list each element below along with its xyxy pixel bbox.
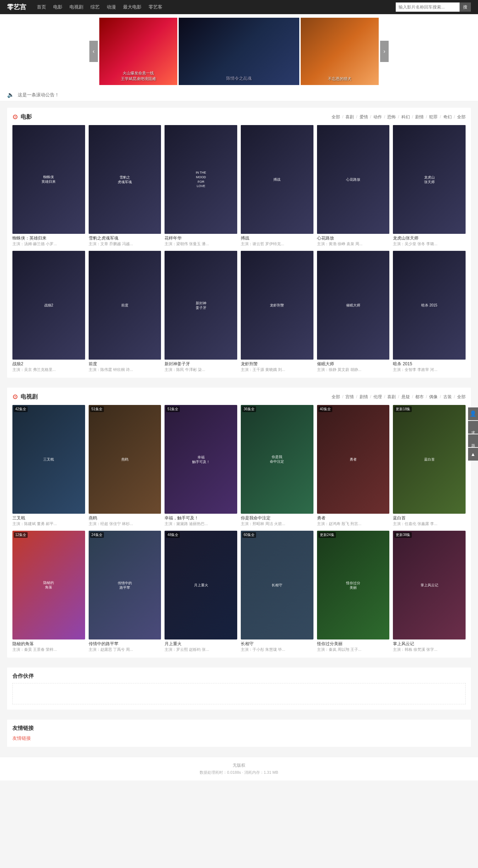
movie-filter-drama[interactable]: 剧情	[415, 114, 424, 120]
nav-client[interactable]: 零艺客	[149, 4, 162, 10]
tv-card-yongzhe[interactable]: 40集全 勇者 勇者 主演：赵鸿寿 殷飞 刑言...	[317, 405, 390, 526]
tv-card-guaini[interactable]: 更新24集 怪你过分美丽 怪你过分美丽 主演：秦岚 周以翔 王子...	[317, 531, 390, 652]
tv-filter-urban[interactable]: 都市	[415, 394, 424, 400]
movie-title-huayang: 花样年华	[165, 235, 237, 241]
friendlink-item[interactable]: 友情链接	[12, 735, 31, 741]
movie-card-jiangziya[interactable]: 2019 新封神姜子牙 新封神姜子牙 主演：陈民 牛澤彬 柒...	[165, 251, 237, 372]
nav-bigmovie[interactable]: 最大电影	[123, 4, 141, 10]
side-button-user[interactable]: 👤	[468, 407, 478, 420]
tv-filter-all2[interactable]: 全部	[457, 394, 466, 400]
movie-card-longhu[interactable]: 2020 龙虎山张天师 龙虎山张天师 主演：吴少皇 张冬 李璐...	[393, 125, 466, 247]
side-button-ti[interactable]: 题	[468, 434, 478, 447]
movie-cast-longhu: 主演：吴少皇 张冬 李璐...	[393, 241, 466, 247]
tv-title-yueshang: 月上重火	[165, 641, 237, 647]
tv-cast-xingfu: 主演：黛黛路 迪丽热巴...	[165, 521, 237, 526]
tv-card-sanchazhan[interactable]: 42集全 三叉戟 三叉戟 主演：陈建斌 董勇 郝平...	[12, 405, 85, 526]
movie-card-ansha[interactable]: 2015 暗杀 2015 暗杀 2015 主演：全智李 李政宰 河...	[393, 251, 466, 372]
tv-card-xingfu[interactable]: 51集全 幸福触手可及！ 幸福，触手可及！ 主演：黛黛路 迪丽热巴...	[165, 405, 237, 526]
tv-card-lanbaishou[interactable]: 更新18集 蓝白首 蓝白首 主演：任嘉伦 张鑫露 李...	[393, 405, 466, 526]
tv-card-yueshang[interactable]: 48集全 月上重火 月上重火 主演：罗云熙 赵栎钧 张...	[165, 531, 237, 652]
movie-title-xuebao: 雪豹之虎魂军魂	[89, 235, 161, 241]
tv-card-mingzhong[interactable]: 36集全 你是我命中注定 你是我命中注定 主演：邢昭林 周洁 火箭...	[241, 405, 313, 526]
nav-variety[interactable]: 综艺	[90, 4, 100, 10]
header: 零艺宫 首页 电影 电视剧 综艺 动漫 最大电影 零艺客 搜	[0, 0, 478, 14]
nav-tv[interactable]: 电视剧	[70, 4, 83, 10]
banner-slide-3[interactable]: 不忘恩的猎犬	[301, 18, 379, 85]
tv-filter-comedy[interactable]: 喜剧	[387, 394, 396, 400]
tv-card-chuanqing[interactable]: 24集全 传情中的路平苹 传情中的路平苹 主演：赵露思 丁禹兮 周...	[89, 531, 161, 652]
tv-filter-gong[interactable]: 宫情	[345, 394, 354, 400]
movie-card-xinhua[interactable]: 2014 心花路放 心花路放 主演：黄渤 徐峥 袁泉 周...	[317, 125, 390, 247]
movie-filter-fantasy[interactable]: 奇幻	[443, 114, 452, 120]
nav-movie[interactable]: 电影	[53, 4, 62, 10]
movie-cast-qiandu: 主演：陈伟霆 钟欣桐 诗...	[89, 367, 161, 372]
movie-card-bozhan[interactable]: 2020 搏战 搏战 主演：谢云哲 罗伊特克...	[241, 125, 313, 247]
tv-title-text: 电视剧	[21, 393, 38, 401]
movie-card-longxia[interactable]: 2018 龙虾刑警 龙虾刑警 主演：王千源 黄晓娥 刘...	[241, 251, 313, 372]
tv-cast-sanchazhan: 主演：陈建斌 董勇 郝平...	[12, 521, 85, 526]
side-button-top[interactable]: ▲	[468, 448, 478, 461]
movie-cast-spiderman: 主演：汤姆·赫兰德 小罗...	[12, 241, 85, 247]
logo[interactable]: 零艺宫	[7, 3, 26, 11]
nav-anime[interactable]: 动漫	[107, 4, 116, 10]
friendlinks-section: 友情链接 友情链接	[7, 720, 471, 747]
movies-row-2: 2017 战狼2 战狼2 主演：吴京 弗兰克格里... 2010 前度 前度 主…	[12, 251, 466, 372]
tv-title-xingfu: 幸福，触手可及！	[165, 515, 237, 521]
search-box: 搜	[396, 2, 471, 12]
movie-card-xuebao[interactable]: 2020 雪豹之虎魂军魂 雪豹之虎魂军魂 主演：文章 乔鹏越 冯越...	[89, 125, 161, 247]
tv-filter-mystery[interactable]: 悬疑	[401, 394, 410, 400]
movie-title-qiandu: 前度	[89, 361, 161, 367]
footer-copyright: 无版权	[7, 762, 471, 768]
banner-slides: 火山爆发命悬一线王学斌昆凌绝境阻难 陈情令之乩魂 不忘恩的猎犬	[99, 18, 379, 85]
movie-filter-action[interactable]: 动作	[373, 114, 382, 120]
tv-card-zhangshang[interactable]: 更新38集 掌上风云记 掌上风云记 主演：韩栋 徐梵溪 张字...	[393, 531, 466, 652]
movie-filter-horror[interactable]: 恐怖	[387, 114, 396, 120]
movie-title-zhanlang2: 战狼2	[12, 361, 85, 367]
movie-filter-all1[interactable]: 全部	[332, 114, 340, 120]
tv-section: ⊙ 电视剧 全部 / 宫情 / 剧情 / 伦理 / 喜剧 / 悬疑 / 都市 /…	[7, 388, 471, 658]
movie-filter-crime[interactable]: 犯罪	[429, 114, 438, 120]
tv-row-1: 42集全 三叉戟 三叉戟 主演：陈建斌 董勇 郝平... 51集全 燕鸥 燕鸥 …	[12, 405, 466, 526]
movie-title-bozhan: 搏战	[241, 235, 313, 241]
movie-title-longxia: 龙虾刑警	[241, 361, 313, 367]
tv-title-zhangshang: 掌上风云记	[393, 641, 466, 647]
movie-card-cuimian[interactable]: 2014 催眠大师 催眠大师 主演：徐静 莫文蔚 胡静...	[317, 251, 390, 372]
tv-card-yinmi[interactable]: 12集全 隐秘的角落 隐秘的角落 主演：秦昊 王景春 荣梓...	[12, 531, 85, 652]
tv-filter-ancient[interactable]: 古装	[443, 394, 452, 400]
banner-slide-2[interactable]: 陈情令之乩魂	[179, 18, 299, 85]
banner-slide-1[interactable]: 火山爆发命悬一线王学斌昆凌绝境阻难	[99, 18, 177, 85]
nav-home[interactable]: 首页	[37, 4, 46, 10]
movie-filter-scifi[interactable]: 科幻	[401, 114, 410, 120]
announcement-bar: 🔈 这是一条滚动公告！	[0, 89, 478, 101]
tv-title-yinmi: 隐秘的角落	[12, 641, 85, 647]
movie-card-zhanlang2[interactable]: 2017 战狼2 战狼2 主演：吴京 弗兰克格里...	[12, 251, 85, 372]
banner-prev-arrow[interactable]: ‹	[89, 41, 98, 62]
movies-title-text: 电影	[21, 113, 32, 121]
tv-title-yongzhe: 勇者	[317, 515, 390, 521]
tv-filter-drama[interactable]: 剧情	[360, 394, 368, 400]
movie-cast-xinhua: 主演：黄渤 徐峥 袁泉 周...	[317, 241, 390, 247]
tv-cast-yinmi: 主演：秦昊 王景春 荣梓...	[12, 647, 85, 652]
movie-cast-cuimian: 主演：徐静 莫文蔚 胡静...	[317, 367, 390, 372]
tv-filter-ethics[interactable]: 伦理	[373, 394, 382, 400]
tv-filter-all1[interactable]: 全部	[332, 394, 340, 400]
movie-filter-all2[interactable]: 全部	[457, 114, 466, 120]
tv-filter-idol[interactable]: 偶像	[429, 394, 438, 400]
movie-filter-romance[interactable]: 爱情	[360, 114, 368, 120]
footer-stats: 数据处理耗时：0.0188s · 消耗内存：1.31 MB	[7, 770, 471, 775]
search-button[interactable]: 搜	[460, 2, 471, 12]
tv-card-changsiangshou[interactable]: 60集全 长相守 长相守 主演：于小彤 朱慧珑 毕...	[241, 531, 313, 652]
movie-card-huayang[interactable]: 2000 IN THEMOODFORLOVE 花样年华 主演：梁朝伟 张曼玉 潘…	[165, 125, 237, 247]
tv-card-yanou[interactable]: 51集全 燕鸥 燕鸥 主演：经超 张佳宁 林杉...	[89, 405, 161, 526]
movies-title: ⊙ 电影	[12, 113, 32, 121]
movie-card-qiandu[interactable]: 2010 前度 前度 主演：陈伟霆 钟欣桐 诗...	[89, 251, 161, 372]
movie-filter-comedy[interactable]: 喜剧	[345, 114, 354, 120]
search-input[interactable]	[396, 2, 460, 12]
tv-cast-chuanqing: 主演：赵露思 丁禹兮 周...	[89, 647, 161, 652]
partners-section: 合作伙伴	[7, 667, 471, 710]
side-button-qiu[interactable]: 求	[468, 421, 478, 434]
movie-card-spiderman[interactable]: 2017 蜘蛛侠英雄归来 蜘蛛侠：英雄归来 主演：汤姆·赫兰德 小罗...	[12, 125, 85, 247]
banner-next-arrow[interactable]: ›	[380, 41, 389, 62]
movie-cast-longxia: 主演：王千源 黄晓娥 刘...	[241, 367, 313, 372]
tv-title-lanbaishou: 蓝白首	[393, 515, 466, 521]
